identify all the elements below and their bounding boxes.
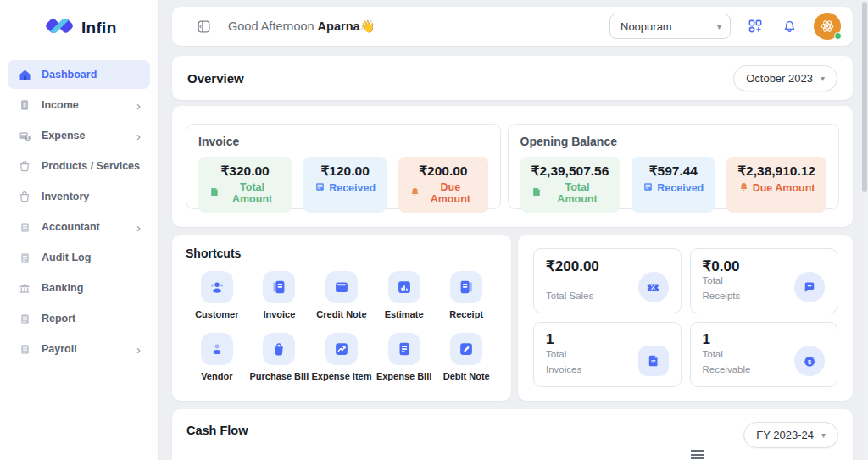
trend-chart-icon (326, 333, 358, 365)
estimate-chart-icon (388, 271, 420, 303)
opening-due-amount-tile: ₹2,38,910.12 Due Amount (726, 157, 826, 213)
apps-add-icon[interactable] (746, 17, 765, 36)
receipt-doc-icon (450, 271, 482, 303)
opening-balance-card: Opening Balance ₹2,39,507.56 Total Amoun… (508, 124, 839, 209)
home-icon (17, 67, 32, 82)
shortcut-invoice[interactable]: Invoice (248, 271, 311, 321)
shortcut-expense-item[interactable]: Expense Item (310, 333, 373, 383)
sidebar-item-products-services[interactable]: Products / Services (8, 152, 150, 180)
sidebar-item-accountant[interactable]: Accountant › (8, 213, 150, 241)
shortcut-debit-note[interactable]: Debit Note (435, 333, 498, 383)
shortcut-label: Receipt (435, 309, 498, 321)
sidebar-item-payroll[interactable]: Payroll › (8, 335, 150, 363)
credit-note-icon (326, 271, 358, 303)
document-icon (17, 250, 32, 265)
shortcut-receipt[interactable]: Receipt (435, 271, 498, 321)
location-selector[interactable]: Noopuram ▾ (609, 14, 731, 39)
sidebar: Infin Dashboard $ Income › $ Expense › (0, 0, 159, 460)
sidebar-item-inventory[interactable]: Inventory (8, 182, 150, 211)
sidebar-item-report[interactable]: Report (8, 304, 150, 333)
shortcut-estimate[interactable]: Estimate (373, 271, 436, 321)
greeting-text: Good Afternoon Aparna👋 (228, 19, 376, 34)
purchase-bag-icon (263, 333, 295, 365)
shortcut-vendor[interactable]: Vendor (186, 333, 248, 383)
chart-menu-icon[interactable] (691, 450, 704, 460)
sales-ticket-icon (638, 272, 669, 302)
sidebar-item-banking[interactable]: Banking (8, 274, 150, 302)
document-green-icon (209, 186, 220, 200)
customer-icon (201, 271, 233, 303)
bank-icon (17, 280, 32, 296)
sidebar-item-label: Income (42, 99, 79, 111)
sidebar-item-label: Inventory (42, 191, 89, 202)
amount: ₹320.00 (209, 163, 281, 179)
total-receivable-card[interactable]: 1 Total Receivable $ (690, 322, 838, 387)
tile-label: Received (329, 182, 376, 194)
sidebar-item-audit-log[interactable]: Audit Log (8, 243, 150, 272)
sidebar-item-label: Accountant (42, 221, 100, 233)
overview-period-selector[interactable]: October 2023 ▾ (733, 65, 837, 91)
total-sales-card[interactable]: ₹200.00 Total Sales (533, 248, 682, 313)
sidebar-item-dashboard[interactable]: Dashboard (8, 60, 150, 89)
income-icon: $ (17, 97, 32, 113)
total-receipts-label: Total Receipts (703, 274, 755, 304)
user-name: Aparna (318, 19, 360, 33)
invoices-doc-icon (638, 346, 669, 376)
shortcut-customer[interactable]: Customer (186, 271, 248, 321)
shortcut-label: Expense Item (310, 371, 373, 383)
sidebar-item-label: Audit Log (42, 252, 91, 263)
cash-flow-period-selector[interactable]: FY 2023-24 ▾ (743, 422, 838, 448)
total-invoices-card[interactable]: 1 Total Invoices (533, 322, 682, 387)
tile-label: Received (657, 182, 704, 194)
total-receipts-card[interactable]: ₹0.00 Total Receipts (690, 248, 838, 313)
overview-period-value: October 2023 (746, 72, 813, 85)
expense-bill-icon (388, 333, 420, 365)
document-icon (17, 219, 32, 235)
chevron-down-icon: ▾ (821, 430, 826, 440)
wave-emoji: 👋 (360, 19, 376, 33)
shortcut-label: Invoice (248, 309, 311, 321)
chevron-down-icon: ▾ (821, 74, 825, 83)
sidebar-item-expense[interactable]: $ Expense › (8, 121, 150, 150)
opening-total-amount-tile: ₹2,39,507.56 Total Amount (520, 157, 620, 213)
shortcut-label: Credit Note (310, 309, 373, 321)
bag-icon (17, 158, 32, 174)
notifications-bell-icon[interactable] (780, 17, 798, 36)
shortcut-label: Estimate (373, 309, 436, 321)
shortcut-expense-bill[interactable]: Expense Bill (373, 333, 436, 383)
bell-orange-icon (409, 186, 420, 200)
amount: ₹200.00 (409, 163, 477, 179)
invoice-card-title: Invoice (198, 135, 488, 148)
balances-section: Invoice ₹320.00 Total Amount ₹120.00 Rec… (172, 106, 853, 227)
shortcut-label: Vendor (186, 371, 248, 383)
app-logo[interactable]: Infin (0, 0, 158, 48)
tile-label: Total Amount (224, 181, 281, 205)
topbar: Good Afternoon Aparna👋 Noopuram ▾ (172, 7, 853, 46)
sidebar-item-label: Expense (42, 130, 85, 141)
scrollbar-thumb[interactable] (862, 2, 867, 192)
collapse-sidebar-icon[interactable] (194, 17, 213, 36)
receipt-lines-blue-icon (643, 181, 654, 195)
user-avatar[interactable] (814, 13, 841, 40)
sidebar-item-label: Banking (42, 282, 83, 294)
total-sales-label: Total Sales (546, 289, 598, 304)
shortcut-purchase-bill[interactable]: Purchase Bill (248, 333, 311, 383)
sidebar-item-income[interactable]: $ Income › (8, 91, 150, 119)
shortcut-credit-note[interactable]: Credit Note (310, 271, 373, 321)
bell-orange-icon (738, 181, 749, 195)
amount: ₹2,39,507.56 (531, 163, 609, 179)
invoice-doc-icon (263, 271, 295, 303)
amount: ₹2,38,910.12 (737, 163, 815, 179)
expense-icon: $ (17, 128, 32, 143)
infin-logo-icon (44, 15, 75, 40)
total-invoices-label: Total Invoices (546, 347, 598, 378)
tile-label: Due Amount (424, 181, 477, 205)
opening-balance-title: Opening Balance (520, 135, 826, 148)
receipt-lines-blue-icon (314, 181, 326, 195)
sidebar-menu: Dashboard $ Income › $ Expense › Product… (0, 48, 158, 363)
scrollbar-track[interactable] (860, 0, 868, 460)
invoice-total-amount-tile: ₹320.00 Total Amount (198, 157, 292, 213)
receivable-dollar-icon: $ (794, 346, 825, 376)
opening-received-tile: ₹597.44 Received (632, 157, 715, 213)
atom-icon (818, 17, 837, 36)
